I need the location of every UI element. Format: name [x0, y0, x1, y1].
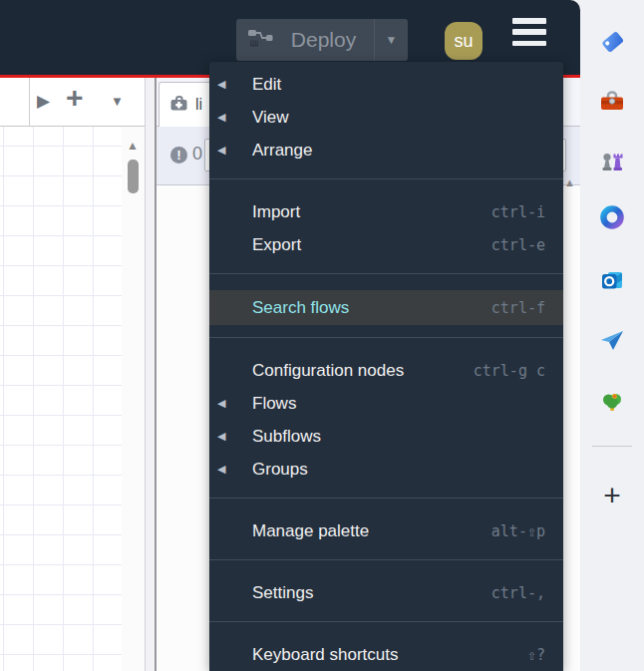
menu-item-label: Edit [252, 75, 563, 95]
tree-icon[interactable] [598, 387, 626, 415]
deploy-options-button[interactable]: ▼ [374, 19, 408, 61]
menu-separator [209, 498, 563, 499]
menu-separator [209, 273, 563, 274]
menu-item-label: Keyboard shortcuts [252, 645, 527, 665]
error-count-icon[interactable]: ! [170, 147, 187, 164]
menu-item-configuration-nodes[interactable]: Configuration nodes ctrl-g c [209, 354, 563, 387]
sidebar-separator [592, 446, 632, 447]
menu-item-label: Arrange [252, 141, 563, 161]
menu-separator [209, 621, 563, 622]
menu-shortcut: ctrl-, [491, 584, 563, 602]
menu-item-arrange[interactable]: ◀ Arrange [209, 134, 563, 167]
menu-item-label: Configuration nodes [252, 361, 474, 381]
menu-shortcut: ctrl-e [491, 236, 563, 254]
menu-item-label: Import [252, 202, 491, 222]
menu-item-label: Search flows [252, 298, 491, 318]
copilot-icon[interactable] [598, 203, 626, 231]
menu-item-export[interactable]: Export ctrl-e [209, 228, 563, 261]
menu-shortcut: ctrl-f [491, 299, 563, 317]
menu-item-keyboard-shortcuts[interactable]: Keyboard shortcuts ⇧? [209, 638, 563, 671]
deploy-nodes-icon [247, 27, 273, 53]
add-flow-button[interactable]: + [66, 81, 84, 115]
games-chess-icon[interactable] [598, 147, 626, 174]
menu-item-label: Subflows [252, 427, 563, 447]
user-avatar[interactable]: su [445, 22, 483, 60]
menu-item-label: View [252, 108, 563, 128]
hamburger-icon [512, 18, 546, 24]
submenu-left-icon: ◀ [217, 397, 252, 410]
menu-separator [209, 337, 563, 338]
menu-item-settings[interactable]: Settings ctrl-, [209, 576, 563, 609]
scroll-tabs-right-button[interactable]: ▶ [37, 91, 50, 112]
menu-separator [209, 178, 563, 179]
deploy-button[interactable]: Deploy ▼ [236, 19, 408, 61]
submenu-left-icon: ◀ [217, 111, 252, 124]
menu-shortcut: alt-⇧p [491, 522, 563, 540]
main-menu-button[interactable] [512, 18, 546, 46]
sidebar-scroll-up-icon[interactable]: ▲ [564, 176, 575, 188]
menu-item-manage-palette[interactable]: Manage palette alt-⇧p [209, 514, 563, 547]
menu-item-import[interactable]: Import ctrl-i [209, 195, 563, 228]
deploy-label: Deploy [273, 28, 374, 52]
pane-divider[interactable] [145, 78, 157, 671]
paper-plane-icon[interactable] [598, 327, 626, 355]
toolbox-icon[interactable] [598, 88, 626, 116]
canvas-scrollbar-thumb[interactable] [128, 160, 139, 193]
add-sidebar-app-button[interactable]: + [598, 482, 626, 509]
menu-item-label: Settings [252, 583, 491, 603]
menu-item-label: Flows [252, 394, 563, 414]
submenu-left-icon: ◀ [217, 430, 252, 443]
canvas-pane: ▶ + ▼ ▲ [0, 78, 145, 671]
browser-sidebar: + [580, 0, 644, 671]
outlook-icon[interactable] [598, 266, 626, 294]
menu-shortcut: ctrl-g c [474, 362, 563, 380]
menu-shortcut: ctrl-i [491, 203, 563, 221]
menu-item-groups[interactable]: ◀ Groups [209, 453, 563, 486]
menu-separator [209, 559, 563, 560]
sidebar-tab-label: li [195, 96, 202, 114]
menu-item-label: Groups [252, 460, 563, 480]
flow-tab-stub[interactable] [0, 78, 30, 126]
screen: + Deploy ▼ su [0, 0, 644, 671]
error-count: 0 [192, 144, 202, 165]
shopping-tag-icon[interactable] [598, 28, 626, 56]
menu-item-edit[interactable]: ◀ Edit [209, 68, 563, 101]
menu-item-label: Export [252, 235, 491, 255]
canvas-scrollbar[interactable]: ▲ [122, 127, 145, 671]
main-menu-dropdown: ◀ Edit ◀ View ◀ Arrange Import ctrl-i Ex… [209, 62, 563, 671]
menu-item-flows[interactable]: ◀ Flows [209, 387, 563, 420]
node-red-page: Deploy ▼ su ▶ + ▼ [0, 0, 580, 671]
menu-item-label: Manage palette [252, 521, 491, 541]
medkit-icon [169, 95, 188, 116]
scroll-up-icon[interactable]: ▲ [127, 139, 139, 153]
submenu-left-icon: ◀ [217, 463, 252, 476]
menu-shortcut: ⇧? [527, 646, 563, 664]
flow-tabbar: ▶ + ▼ [0, 78, 145, 127]
menu-item-search-flows[interactable]: Search flows ctrl-f [209, 290, 563, 325]
menu-item-subflows[interactable]: ◀ Subflows [209, 420, 563, 453]
chevron-down-icon: ▼ [386, 33, 398, 47]
menu-item-view[interactable]: ◀ View [209, 101, 563, 134]
submenu-left-icon: ◀ [217, 144, 252, 157]
submenu-left-icon: ◀ [217, 78, 252, 91]
flow-list-button[interactable]: ▼ [111, 94, 124, 109]
flow-canvas[interactable] [0, 127, 122, 671]
